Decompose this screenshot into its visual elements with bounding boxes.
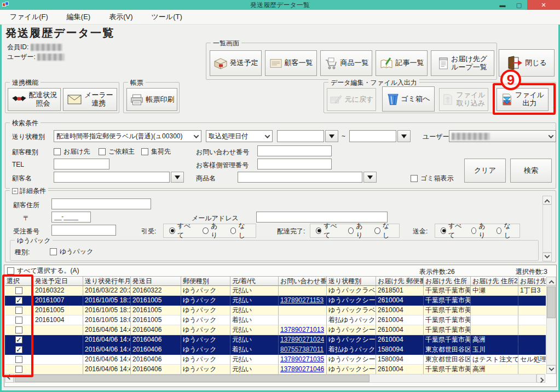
table-scroll-left[interactable] [5, 374, 14, 383]
table-header-cell[interactable]: 郵便種別 [181, 276, 230, 286]
radio-delivery-all[interactable]: すべて [316, 221, 340, 240]
conditions-scroll-up[interactable] [542, 196, 552, 204]
clear-button[interactable]: クリア [464, 159, 506, 183]
customer-name-dropdown-button[interactable] [171, 172, 184, 183]
table-header-cell[interactable]: 送り状発行年月日 [83, 276, 131, 286]
date-from-picker-button[interactable] [325, 130, 338, 142]
customer-mgmt-no-input[interactable] [257, 159, 332, 169]
date-type-select[interactable]: 取込処理日付 [206, 130, 273, 142]
radio-delivery-no[interactable]: なし [374, 221, 394, 240]
select-all-row[interactable]: すべて選択する。(A) [7, 266, 79, 276]
row-checkbox[interactable] [15, 346, 22, 353]
menu-tools[interactable]: ツール(T) [149, 11, 184, 23]
row-checkbox[interactable] [15, 317, 22, 324]
row-checkbox[interactable] [15, 356, 22, 363]
minimize-button[interactable]: ▬ [494, 0, 511, 10]
date-from-input[interactable] [277, 130, 324, 142]
article-list-button[interactable]: 記事一覧 [376, 50, 428, 76]
collapse-toggle[interactable]: − [12, 188, 18, 194]
shipping-schedule-button[interactable]: 発送予定 [210, 50, 262, 76]
table-row[interactable]: 201610072016/10/05 18:120161005ゆうパック元払い1… [5, 296, 546, 306]
customer-address-input[interactable] [51, 198, 151, 209]
table-row[interactable]: 2016/04/06 14:420160406ゆうパック着払い807557387… [5, 345, 546, 355]
product-list-button[interactable]: 商品一覧 [320, 50, 372, 76]
table-header-cell[interactable]: お問い合わせ番号 [279, 276, 327, 286]
tracking-number-link[interactable]: 137890271046 [280, 365, 324, 373]
trash-button[interactable]: ゴミ箱へ [382, 86, 435, 112]
radio-delivery-yes[interactable]: あり [348, 221, 367, 240]
table-row[interactable]: 2016/04/06 14:420160406ゆうパック元払い137890271… [5, 355, 546, 365]
table-header-cell[interactable]: 送り状種別 [327, 276, 376, 286]
row-checkbox[interactable] [15, 366, 22, 373]
checkbox-yupack[interactable]: ゆうパック [50, 247, 93, 256]
radio-remit-all[interactable]: すべて [441, 221, 464, 240]
checkbox-pickup-point[interactable]: 集荷先 [141, 147, 171, 156]
postal-input[interactable]: __-____ [51, 212, 91, 223]
table-header-cell[interactable]: お届け先 住所2 [471, 276, 518, 286]
row-checkbox[interactable] [15, 297, 22, 304]
tracking-number-link[interactable]: 137890271024 [280, 336, 324, 343]
product-name-dropdown-button[interactable] [363, 172, 377, 183]
date-to-picker-button[interactable] [397, 130, 411, 142]
conditions-scroll-track[interactable] [542, 204, 552, 253]
checkbox-delivery-to[interactable]: お届け先 [54, 147, 90, 156]
row-checkbox[interactable] [15, 336, 22, 343]
date-to-input[interactable] [349, 130, 396, 142]
radio-remit-no[interactable]: なし [497, 221, 514, 240]
maximize-button[interactable]: ▢ [511, 0, 527, 10]
table-vscroll-thumb[interactable] [547, 286, 556, 318]
customer-name-input[interactable] [54, 172, 170, 183]
table-row[interactable]: 201610042016/10/05 18:020161005ゆうパック着払い着… [5, 315, 546, 325]
tracking-number-link[interactable]: 137890271153 [280, 296, 324, 304]
menu-file[interactable]: ファイル(F) [8, 11, 50, 23]
tel-input[interactable] [54, 159, 109, 169]
checkbox-show-trash[interactable]: ゴミ箱表示 [411, 174, 454, 183]
conditions-scroll-down[interactable] [542, 253, 552, 261]
tracking-number-link[interactable]: 807557387011 [280, 346, 324, 353]
table-scroll-up[interactable] [546, 277, 556, 285]
checkbox-requester[interactable]: ご依頼主 [99, 147, 135, 156]
user-filter-select[interactable] [449, 130, 556, 142]
menu-view[interactable]: 表示(V) [107, 11, 135, 23]
table-scroll-right[interactable] [536, 374, 545, 383]
table-header-cell[interactable]: 発送日 [131, 276, 181, 286]
close-window-button[interactable]: ✕ [527, 0, 560, 10]
menu-edit[interactable]: 編集(E) [65, 11, 93, 23]
select-all-checkbox[interactable] [7, 267, 14, 274]
row-checkbox[interactable] [15, 287, 22, 294]
table-scroll-down[interactable] [546, 365, 556, 374]
table-header-cell[interactable]: 元/着/代 [230, 276, 279, 286]
row-checkbox[interactable] [15, 326, 22, 334]
mail-input[interactable] [256, 212, 388, 223]
close-screen-button[interactable]: 閉じる [499, 49, 555, 77]
table-row[interactable]: 201610052016/10/05 18:120161005ゆうパック元払いゆ… [5, 306, 546, 315]
invoice-type-select[interactable]: 配達時間帯指定郵便ラベル(普通)(ュ00300) [54, 130, 201, 142]
search-button[interactable]: 検索 [510, 159, 552, 183]
table-header-cell[interactable]: お届け先 住所3 [518, 276, 546, 286]
customer-list-button[interactable]: 顧客一覧 [265, 50, 317, 76]
table-header-cell[interactable]: お届け先 郵便番号 [376, 276, 424, 286]
radio-pickup-all[interactable]: すべて [169, 221, 195, 240]
delivery-group-list-button[interactable]: お届け先グ ループ一覧 [431, 50, 494, 76]
row-checkbox[interactable] [15, 307, 22, 314]
table-header-cell[interactable]: 発送予定日 [33, 276, 83, 286]
table-hscroll-thumb[interactable] [15, 375, 370, 382]
table-row[interactable]: 2016/04/06 14:420160406ゆうパック元払い137890271… [5, 365, 546, 374]
table-header-cell[interactable]: お届け先 住所 [424, 276, 471, 286]
file-export-button[interactable]: ファイル 出力 [497, 88, 549, 111]
table-row[interactable]: 2016/04/06 14:420160406ゆうパック元払い137890271… [5, 335, 546, 345]
radio-pickup-yes[interactable]: あり [203, 221, 222, 240]
delivery-status-button[interactable]: 配達状況 照会 [8, 88, 61, 111]
tracking-number-link[interactable]: 137890271035 [280, 355, 324, 363]
radio-pickup-no[interactable]: なし [230, 221, 250, 240]
radio-remit-yes[interactable]: あり [471, 221, 489, 240]
table-row[interactable]: 201603222016/03/22 20:320160322ゆうパック元払いゆ… [5, 286, 546, 296]
tracking-number-link[interactable]: 137890271013 [280, 326, 324, 334]
report-print-button[interactable]: 帳票印刷 [126, 88, 177, 111]
mailer-link-button[interactable]: メーラー 連携 [63, 88, 117, 111]
product-name-input[interactable] [238, 172, 362, 183]
table-row[interactable]: 2016/04/06 14:420160406ゆうパック元払い137890271… [5, 325, 546, 335]
table-header-cell[interactable]: 選択 [5, 276, 33, 286]
order-no-input[interactable] [51, 225, 116, 236]
inquiry-no-input[interactable] [257, 145, 332, 156]
